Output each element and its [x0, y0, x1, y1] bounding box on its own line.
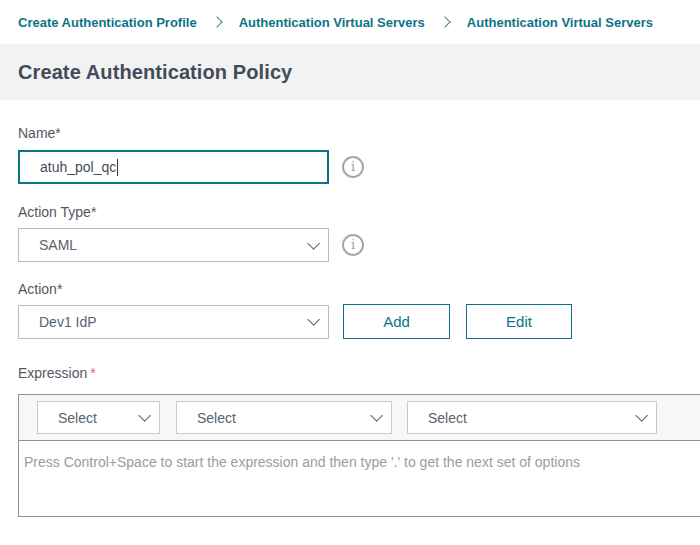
expression-select-1-value: Select — [58, 410, 138, 426]
action-type-row: SAML i — [18, 228, 700, 262]
name-input-value: atuh_pol_qc — [40, 159, 116, 175]
action-select-value: Dev1 IdP — [39, 314, 307, 330]
action-row: Dev1 IdP Add Edit — [18, 304, 700, 339]
name-input[interactable]: atuh_pol_qc — [18, 150, 329, 184]
action-select[interactable]: Dev1 IdP — [18, 305, 329, 339]
name-label: Name* — [18, 125, 700, 141]
expression-builder-toolbar: Select Select Select — [18, 394, 700, 441]
name-row: atuh_pol_qc i — [18, 150, 700, 184]
action-required-mark: * — [57, 281, 62, 297]
action-type-label-text: Action Type — [18, 204, 91, 220]
create-authentication-policy-form: Name* atuh_pol_qc i Action Type* SAML i … — [0, 125, 700, 517]
info-icon[interactable]: i — [342, 234, 364, 256]
info-icon[interactable]: i — [342, 156, 364, 178]
action-label-text: Action — [18, 281, 57, 297]
expression-select-3-value: Select — [428, 410, 635, 426]
chevron-down-icon — [307, 237, 320, 250]
chevron-right-icon — [439, 16, 450, 27]
chevron-down-icon — [370, 409, 383, 422]
page-header: Create Authentication Policy — [0, 44, 700, 100]
expression-select-2[interactable]: Select — [176, 401, 392, 434]
edit-button[interactable]: Edit — [466, 304, 572, 339]
chevron-right-icon — [211, 16, 222, 27]
breadcrumb-link-authentication-virtual-servers-2[interactable]: Authentication Virtual Servers — [467, 15, 653, 30]
name-required-mark: * — [55, 125, 60, 141]
expression-label: Expression* — [18, 365, 700, 381]
chevron-down-icon — [635, 409, 648, 422]
name-label-text: Name — [18, 125, 55, 141]
action-label: Action* — [18, 281, 700, 297]
breadcrumb-link-authentication-virtual-servers[interactable]: Authentication Virtual Servers — [239, 15, 425, 30]
create-authentication-policy-page: { "breadcrumb": { "separator_icon": "che… — [0, 0, 700, 545]
action-type-label: Action Type* — [18, 204, 700, 220]
chevron-down-icon — [307, 313, 320, 326]
chevron-down-icon — [138, 409, 151, 422]
expression-select-3[interactable]: Select — [407, 401, 657, 434]
breadcrumb: Create Authentication Profile Authentica… — [0, 0, 700, 44]
expression-select-2-value: Select — [197, 410, 370, 426]
expression-label-text: Expression — [18, 365, 87, 381]
expression-required-mark: * — [90, 365, 95, 381]
text-cursor — [117, 159, 118, 176]
action-type-select[interactable]: SAML — [18, 228, 329, 262]
page-title: Create Authentication Policy — [18, 61, 292, 84]
expression-select-1[interactable]: Select — [37, 401, 160, 434]
action-type-select-value: SAML — [39, 237, 307, 253]
breadcrumb-link-create-authentication-profile[interactable]: Create Authentication Profile — [18, 15, 197, 30]
action-type-required-mark: * — [91, 204, 96, 220]
add-button[interactable]: Add — [343, 304, 450, 339]
expression-input[interactable] — [18, 440, 700, 517]
